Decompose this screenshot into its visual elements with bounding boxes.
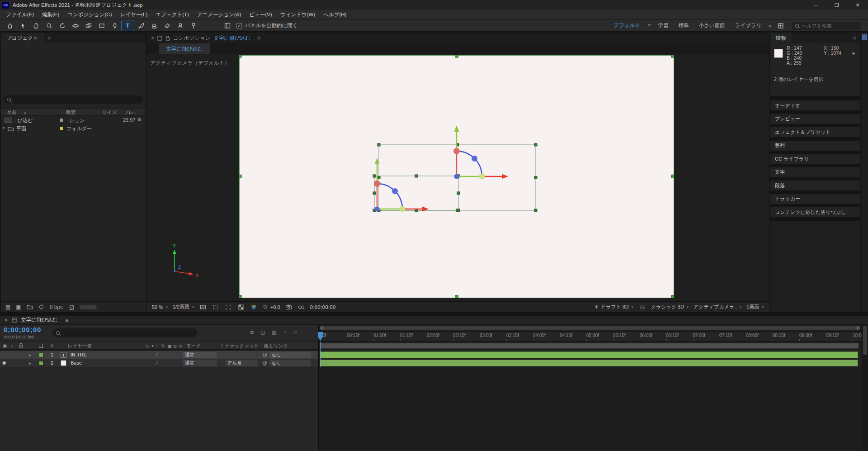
menu-view[interactable]: ビュー(V) <box>245 11 276 18</box>
resolution-dropdown[interactable]: 1/2画質∨ <box>173 303 194 311</box>
current-timecode[interactable]: 0;00;00;00 <box>4 326 41 333</box>
pen-tool[interactable] <box>108 20 121 31</box>
pick-whip-icon[interactable]: @ <box>262 360 267 366</box>
project-panel-menu-icon[interactable]: ≡ <box>44 35 54 41</box>
info-panel-menu-icon[interactable]: ≡ <box>849 35 860 41</box>
project-search-input[interactable] <box>14 97 139 102</box>
comp-mini-flowchart-icon[interactable]: ⧉ <box>250 329 254 335</box>
menu-window[interactable]: ウィンドウ(W) <box>276 11 319 18</box>
brush-tool[interactable] <box>135 20 147 31</box>
navigator-bar[interactable] <box>320 326 860 330</box>
workspace-standard[interactable]: 標準 <box>674 22 693 29</box>
label-chip[interactable] <box>39 361 43 366</box>
composition-canvas[interactable] <box>239 55 674 298</box>
project-row-composition[interactable]: ..び込む ..ション 29.97 ▦ <box>1 116 146 124</box>
3d-gizmo[interactable] <box>374 158 429 212</box>
track-matte-dropdown[interactable]: アル反∨ <box>225 360 258 366</box>
auto-open-checkbox[interactable]: ✓ <box>236 23 242 28</box>
extended-viewer-icon[interactable] <box>638 303 646 311</box>
text-layer-bounds[interactable] <box>374 176 458 210</box>
panel-paragraph[interactable]: 段落 <box>770 180 860 190</box>
motion-blur-icon[interactable]: ◔ <box>283 329 287 335</box>
active-comp-name[interactable]: 文字に飛び込む <box>213 35 250 42</box>
safe-zones-icon[interactable] <box>199 303 207 311</box>
workspace-overflow-icon[interactable]: » <box>767 23 774 29</box>
comp-panel-menu-icon[interactable]: ≡ <box>254 35 264 41</box>
pick-whip-icon[interactable]: @ <box>262 352 267 357</box>
eraser-tool[interactable] <box>161 20 173 31</box>
fast-previews-dropdown[interactable]: ドラフト 3D∨ <box>594 303 634 311</box>
menu-composition[interactable]: コンポジション(C) <box>63 11 116 18</box>
show-channel-icon[interactable] <box>250 303 258 311</box>
timeline-tab[interactable]: 文字に飛び込む <box>21 317 57 323</box>
tab-info[interactable]: 情報 <box>770 33 792 43</box>
view-camera-dropdown[interactable]: アクティブカメラ..∨ <box>693 303 742 311</box>
panel-cc-libraries[interactable]: CC ライブラリ <box>770 154 860 164</box>
renderer-dropdown[interactable]: クラシック 3D∨ <box>651 303 689 311</box>
time-navigator[interactable] <box>319 325 862 332</box>
time-ruler[interactable]: 00f 00:15f 01:00f 01:15f 02:00f 02:15f 0… <box>319 332 862 342</box>
hand-tool[interactable] <box>30 20 42 31</box>
panel-character[interactable]: 文字 <box>770 167 860 177</box>
label-chip[interactable] <box>60 126 64 130</box>
blend-mode-dropdown[interactable]: 通常∨ <box>183 352 217 358</box>
region-of-interest-icon[interactable] <box>224 303 232 311</box>
panel-align[interactable]: 整列 <box>770 141 860 151</box>
tab-project[interactable]: プロジェクト <box>1 33 44 43</box>
blend-mode-dropdown[interactable]: 通常∨ <box>183 360 217 366</box>
type-tool[interactable]: T <box>122 20 134 31</box>
panel-drawer-indicator[interactable] <box>862 34 867 40</box>
project-flowchart-icon[interactable]: ▤ <box>5 304 10 310</box>
workspace-libraries[interactable]: ライブラリ <box>730 22 766 29</box>
panel-effects-presets[interactable]: エフェクト＆プリセット <box>770 127 860 137</box>
new-folder-icon[interactable] <box>27 304 33 310</box>
delete-icon[interactable] <box>68 304 74 310</box>
comp-timecode[interactable]: 0;00;00;00 <box>310 304 336 310</box>
parent-dropdown[interactable]: なし∨ <box>269 360 311 366</box>
exposure-control[interactable]: +0.0 <box>262 303 280 311</box>
help-search[interactable] <box>792 22 861 30</box>
layer-duration-bar[interactable] <box>320 360 858 366</box>
minimize-button[interactable]: ─ <box>806 0 826 10</box>
3d-gizmo[interactable] <box>453 125 508 180</box>
column-type[interactable]: 種類 <box>66 109 75 116</box>
parent-link-column[interactable]: 親とリンク <box>264 343 288 349</box>
column-frames[interactable]: フレ.. <box>124 109 136 116</box>
panel-preview[interactable]: プレビュー <box>770 114 860 124</box>
pan-behind-tool[interactable] <box>82 20 94 31</box>
panel-lock-icon[interactable] <box>165 35 170 41</box>
panel-close-icon[interactable]: × <box>5 317 8 323</box>
layer-name[interactable]: Base <box>71 360 82 366</box>
timeline-panel-menu-icon[interactable]: ≡ <box>61 317 72 323</box>
shy-layers-icon[interactable]: ◫ <box>260 329 265 335</box>
expander-icon[interactable]: ▸ <box>29 361 31 366</box>
timeline-search-input[interactable] <box>62 330 193 336</box>
expander-icon[interactable]: ▸ <box>3 125 5 130</box>
orbit-camera-tool[interactable] <box>69 20 81 31</box>
snapshot-icon[interactable] <box>285 303 293 311</box>
timeline-vertical-scrollbar[interactable] <box>862 325 868 451</box>
menu-help[interactable]: ヘルプ(H) <box>319 11 350 18</box>
frame-blending-icon[interactable]: ▥ <box>272 329 276 335</box>
new-composition-icon[interactable]: ▣ <box>16 304 21 310</box>
panel-content-aware-fill[interactable]: コンテンツに応じた塗りつぶし <box>770 207 860 217</box>
layer-duration-bar[interactable] <box>320 351 858 358</box>
project-search[interactable] <box>4 95 143 104</box>
panel-grid-icon[interactable] <box>774 20 787 31</box>
eye-icon[interactable]: ◉ <box>2 360 6 365</box>
view-layout-dropdown[interactable]: 1画面∨ <box>746 303 764 311</box>
rectangle-tool[interactable] <box>95 20 108 31</box>
comp-tab[interactable]: 文字に飛び込む <box>159 43 210 54</box>
scrollbar-thumb[interactable] <box>863 326 867 355</box>
quality-switch[interactable]: ∕ <box>156 361 157 366</box>
project-row-folder[interactable]: ▸ 平面 フォルダー <box>1 124 146 133</box>
menu-animation[interactable]: アニメーション(A) <box>193 11 245 18</box>
menu-file[interactable]: ファイル(F) <box>2 11 38 18</box>
work-area-bar[interactable] <box>320 343 859 349</box>
navigator-start-handle[interactable] <box>320 326 324 330</box>
workspace-default[interactable]: デフォルト <box>609 22 645 29</box>
roto-brush-tool[interactable] <box>174 20 186 31</box>
column-name[interactable]: 名前 <box>7 109 17 116</box>
panel-close-icon[interactable]: × <box>151 35 154 41</box>
parent-dropdown[interactable]: なし∨ <box>269 352 311 358</box>
